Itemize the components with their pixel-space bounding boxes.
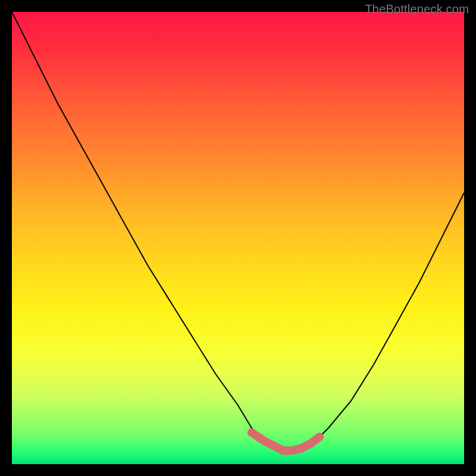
optimal-range-band (252, 433, 320, 450)
marker-dot (315, 433, 324, 441)
plot-area (12, 12, 464, 464)
curve-layer (12, 12, 464, 464)
chart-root: TheBottleneck.com (0, 0, 476, 476)
bottleneck-curve (12, 12, 464, 450)
watermark-text: TheBottleneck.com (365, 2, 469, 16)
